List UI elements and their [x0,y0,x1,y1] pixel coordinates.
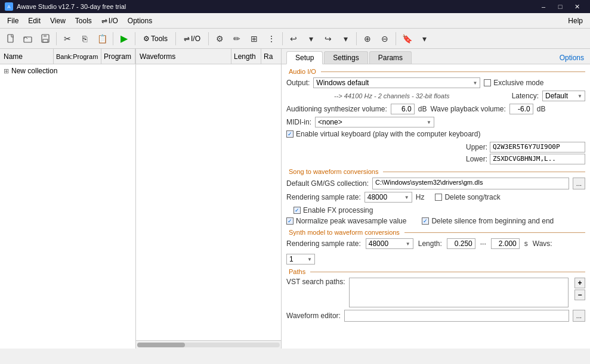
synth-length-dots: ··· [480,239,486,248]
synth-wavs-select[interactable]: 1 ▼ [286,254,315,265]
save-button[interactable] [37,30,54,47]
menu-options[interactable]: Options [123,14,157,27]
audio-io-title: Audio I/O [286,68,585,75]
tools-menu-button[interactable]: ⚙ Tools [138,33,173,45]
delete-song-label: Delete song/track [444,193,500,201]
tab-settings[interactable]: Settings [324,51,367,64]
vst-line: VST search paths: + − [286,278,585,307]
lower-kbd-input[interactable]: ZSXDCVGBHNJM,L.. [490,154,585,164]
options-gear-button[interactable]: ⚙ [211,30,228,47]
waveform-editor-input[interactable] [344,310,569,322]
midi-in-value: <none> [318,118,342,126]
io-menu-button[interactable]: ⇌ I/O [178,33,206,45]
close-button[interactable]: ✕ [569,0,585,13]
titlebar-controls: – □ ✕ [535,0,585,13]
output-arrow-icon: ▼ [472,80,477,86]
enable-fx-checkbox[interactable] [294,207,301,214]
options-pen-button[interactable]: ✏ [228,30,245,47]
bookmark-drop-button[interactable]: ▾ [416,30,433,47]
waveform-editor-browse-button[interactable]: ... [573,310,585,322]
wave-vol-input[interactable]: -6.0 [509,104,533,114]
open-button[interactable] [20,30,36,47]
synth-render-line: Rendering sample rate: 48000 ▼ Length: 0… [286,238,585,265]
paste-button[interactable]: 📋 [94,30,110,47]
audio-io-section: Audio I/O Output: Windows default ▼ Excl… [286,68,585,164]
upper-label: Upper: [466,143,487,151]
menu-file[interactable]: File [2,14,23,27]
synth-length-to-input[interactable]: 2.000 [491,238,520,249]
bookmark-tools: 🔖 ▾ [399,30,433,47]
undo-button[interactable]: ↩ [285,30,302,47]
undo-drop-button[interactable]: ▾ [302,30,319,47]
io-icon: ⇌ [184,35,190,43]
vst-paths-input[interactable] [349,278,569,307]
keyboard-line: Enable virtual keyboard (play with the c… [286,130,585,164]
render-rate-select[interactable]: 48000 ▼ [364,192,412,203]
play-button[interactable]: ▶ [116,30,132,47]
synth-length-from-input[interactable]: 0.250 [447,238,475,249]
paths-title: Paths [286,268,585,275]
collection-name: New collection [11,67,57,75]
horizontal-scrollbar[interactable] [136,340,281,349]
sep8 [396,32,396,45]
keyboard-checkbox[interactable] [286,130,294,138]
redo-button[interactable]: ↪ [320,30,336,47]
col-header-bank: Bank:Program [54,49,101,64]
render-rate-label: Rendering sample rate: [286,193,361,201]
copy-button[interactable]: ⎘ [76,30,93,47]
io-label: I/O [191,35,200,43]
delete-song-checkbox[interactable] [435,194,442,201]
latency-select[interactable]: Default ▼ [542,91,585,101]
menu-tools[interactable]: Tools [70,14,97,27]
synth-render-select[interactable]: 48000 ▼ [366,238,413,249]
synth-wavs-arrow-icon: ▼ [307,257,312,262]
new-button[interactable] [2,30,19,47]
menu-io[interactable]: ⇌ I/O [97,14,123,27]
upper-kbd-input[interactable]: Q2W3ER5T6Y7UI9O0P [490,142,585,153]
menu-view[interactable]: View [45,14,70,27]
menu-help[interactable]: Help [563,14,588,27]
zoom-in-button[interactable]: ⊕ [359,30,376,47]
minimize-button[interactable]: – [535,0,552,13]
gm-collection-line: Default GM/GS collection: C:\Windows\sys… [286,178,585,189]
col-header-program: Program [101,49,135,64]
delete-silence-checkbox[interactable] [422,217,429,225]
synth-length-unit: s [524,239,528,248]
col-header-waveforms: Waveforms [136,49,231,64]
gm-browse-button[interactable]: ... [573,178,585,189]
zoom-out-button[interactable]: ⊖ [376,30,393,47]
vst-add-button[interactable]: + [574,278,585,288]
options-more-button[interactable]: ⋮ [263,30,280,47]
synth-render-label: Rendering sample rate: [286,239,361,248]
sep2 [113,32,113,45]
output-select[interactable]: Windows default ▼ [313,77,480,88]
midi-in-select[interactable]: <none> ▼ [315,117,434,127]
output-line: Output: Windows default ▼ Exclusive mode [286,77,585,88]
enable-fx-row: Enable FX processing [294,206,373,214]
exclusive-mode-checkbox[interactable] [484,79,491,86]
redo-drop-button[interactable]: ▾ [337,30,354,47]
volume-line: Auditioning synthesizer volume: 6.0 dB W… [286,104,585,114]
io-arrow-icon: ⇌ [101,17,107,25]
svg-rect-3 [43,39,48,42]
collection-item[interactable]: ⊞ New collection [1,66,134,76]
lower-label: Lower: [466,155,487,163]
cut-button[interactable]: ✂ [59,30,76,47]
col-header-name: Name [0,49,54,64]
gm-path-input[interactable]: C:\Windows\system32\drivers\gm.dls [372,178,569,189]
scrollbar-thumb[interactable] [137,343,185,347]
exclusive-mode-row: Exclusive mode [484,79,543,87]
tab-options-button[interactable]: Options [554,52,590,64]
tab-setup[interactable]: Setup [286,51,323,64]
normalize-checkbox[interactable] [286,217,294,225]
maximize-button[interactable]: □ [552,0,569,13]
menu-edit[interactable]: Edit [23,14,45,27]
toolbar: ✂ ⎘ 📋 ▶ ⚙ Tools ⇌ I/O ⚙ ✏ ⊞ ⋮ ↩ ▾ ↪ ▾ ⊕ … [0,29,590,49]
render-rate-unit: Hz [416,193,425,201]
options-grid-button[interactable]: ⊞ [246,30,262,47]
synth-render-value: 48000 [369,239,388,248]
synth-vol-input[interactable]: 6.0 [391,104,415,114]
bookmark-button[interactable]: 🔖 [399,30,415,47]
tab-params[interactable]: Params [369,51,412,64]
vst-remove-button[interactable]: − [574,290,585,300]
